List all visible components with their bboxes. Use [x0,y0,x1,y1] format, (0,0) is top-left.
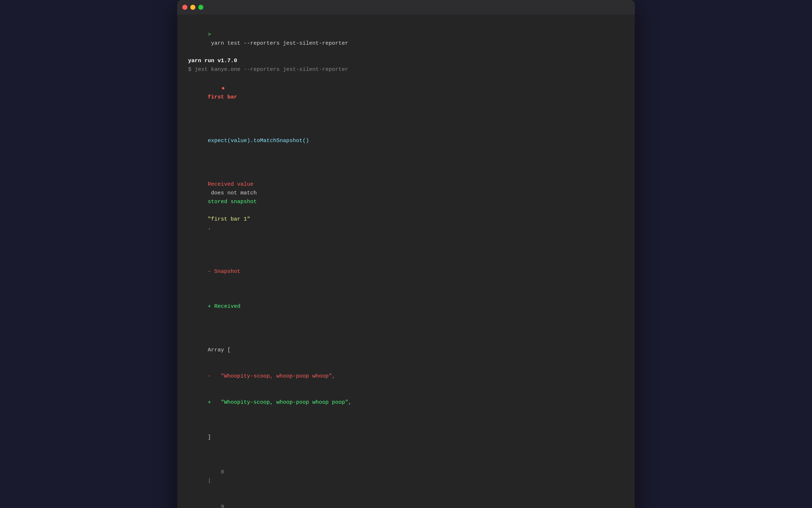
blank-2 [188,154,624,163]
pipe-8: | [208,478,211,484]
snapshot-name-text: "first bar 1" [208,216,250,222]
blank-1 [188,110,624,119]
code-context-9: 9 | test ( "first bar" , () => { [188,494,624,508]
quote-space [208,207,211,214]
minimize-button[interactable] [190,5,195,10]
diff-plus-content: + "Whoopity-scoop, whoop-poop whoop poop… [208,399,352,406]
error-message-line: Received value does not match stored sna… [188,163,624,241]
diff-minus-header: - Snapshot [188,250,624,285]
blank-3 [188,241,624,250]
diff-minus-label: - Snapshot [208,269,240,275]
jest-command-line: $ jest kanye.one --reporters jest-silent… [188,65,624,74]
diff-plus-label: + Received [208,303,240,310]
close-button[interactable] [182,5,187,10]
code-context-8: 8 | [188,459,624,494]
line-num-9: 9 [208,504,227,508]
maximize-button[interactable] [198,5,203,10]
array-open-line: Array [ [188,328,624,363]
command-text: yarn test --reporters jest-silent-report… [208,40,348,47]
expect-code: expect(value).toMatchSnapshot() [208,138,309,144]
prompt-arrow: > [208,32,211,38]
diff-plus-line: + "Whoopity-scoop, whoop-poop whoop poop… [188,390,624,416]
command-line: > yarn test --reporters jest-silent-repo… [188,22,624,57]
stored-snapshot-text: stored snapshot [208,199,257,205]
array-open-text: Array [ [208,347,231,353]
received-value-text: Received value [208,181,253,188]
array-close-text: ] [208,434,211,440]
terminal-window: > yarn test --reporters jest-silent-repo… [177,0,635,508]
terminal-body: > yarn test --reporters jest-silent-repo… [177,15,635,508]
diff-minus-line: - "Whoopity-scoop, whoop-poop whoop", [188,363,624,390]
does-not-match-text: does not match [208,190,260,196]
yarn-version-line: yarn run v1.7.0 [188,57,624,65]
array-close-line: ] [188,416,624,451]
bullet-icon: ● [208,85,228,92]
blank-4 [188,320,624,328]
blank-5 [188,451,624,459]
test-suite-line: ● first bar [188,76,624,110]
test-suite-name: first bar [208,94,237,100]
expect-line: expect(value).toMatchSnapshot() [188,119,624,154]
diff-plus-header: + Received [188,285,624,320]
line-num-8: 8 [208,469,227,475]
period-text: . [208,225,211,231]
diff-minus-content: - "Whoopity-scoop, whoop-poop whoop", [208,373,335,379]
title-bar [177,0,635,15]
